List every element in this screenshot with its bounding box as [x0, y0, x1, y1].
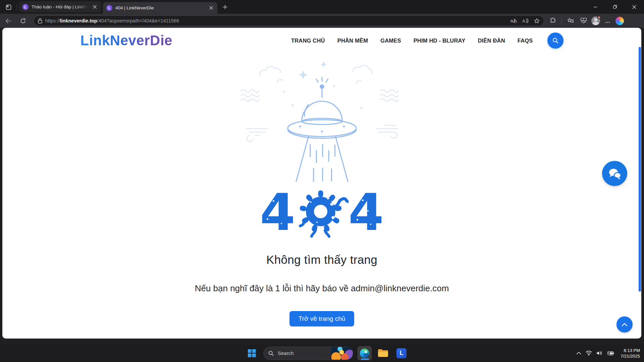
browser-tab-bar: L Thảo luận - Hỏi đáp | LinkNeverDi L 40… [0, 0, 644, 14]
nav-item-games[interactable]: GAMES [380, 38, 401, 44]
site-search-button[interactable] [547, 33, 564, 49]
site-header: LinkNeverDie TRANG CHỦ PHẦN MỀM GAMES PH… [80, 28, 564, 53]
window-controls [586, 0, 644, 14]
toolbar-divider [561, 17, 562, 24]
restore-button[interactable] [605, 0, 625, 14]
minimize-button[interactable] [586, 0, 605, 14]
copilot-icon[interactable] [615, 17, 624, 25]
linkneverdie-app-icon: L [396, 348, 407, 358]
scroll-to-top-button[interactable] [616, 316, 633, 333]
chat-widget-button[interactable] [602, 161, 627, 186]
tab-grid-icon [6, 4, 11, 10]
battery-icon[interactable] [607, 351, 614, 356]
nav-item-trang-chu[interactable]: TRANG CHỦ [291, 38, 325, 44]
read-aloud-button[interactable]: A [521, 16, 530, 25]
profile-button[interactable] [591, 16, 600, 25]
settings-more-button[interactable]: ... [602, 15, 613, 26]
taskbar-edge-button[interactable] [358, 346, 372, 360]
ellipsis-icon: ... [605, 18, 610, 24]
taskbar-linkneverdie-button[interactable]: L [394, 346, 409, 360]
address-bar[interactable]: https://linkneverdie.top/404?aspxerrorpa… [34, 15, 544, 26]
browser-tab-404[interactable]: L 404 | LinkNeverDie [103, 2, 217, 14]
extensions-button[interactable] [547, 15, 558, 26]
profile-notification-dot [597, 16, 601, 19]
search-daily-image [331, 347, 353, 360]
new-tab-button[interactable] [221, 3, 229, 11]
clock-time: 6:13 PM [621, 348, 640, 353]
wifi-icon[interactable] [586, 351, 592, 356]
error-code: 4 [260, 187, 384, 238]
system-tray: 6:13 PM 7/21/2025 [576, 344, 640, 362]
refresh-button[interactable] [17, 15, 28, 26]
taskbar-search[interactable]: Search [263, 347, 353, 360]
error-digit-left: 4 [260, 191, 296, 234]
favorites-button[interactable] [565, 15, 576, 26]
tab-favicon: L [106, 5, 112, 11]
volume-icon[interactable] [596, 351, 602, 356]
toolbar-right-icons: ... [547, 15, 626, 26]
folder-icon [378, 349, 388, 358]
hidden-icons-chevron[interactable] [576, 352, 581, 355]
nav-item-phan-mem[interactable]: PHẦN MỀM [337, 38, 368, 44]
search-icon [268, 351, 274, 356]
gear-alien-glyph [296, 187, 348, 238]
site-logo[interactable]: LinkNeverDie [80, 33, 172, 49]
clock-date: 7/21/2025 [621, 353, 640, 359]
refresh-icon [20, 18, 26, 24]
active-app-indicator [361, 359, 369, 360]
tab-close-icon[interactable] [208, 5, 214, 11]
puzzle-icon [550, 18, 556, 24]
tab-title: Thảo luận - Hỏi đáp | LinkNeverDi [32, 4, 90, 9]
ufo-illustration [235, 58, 409, 183]
webpage-404: LinkNeverDie TRANG CHỦ PHẦN MỀM GAMES PH… [2, 28, 641, 339]
error-content: 4 [2, 53, 641, 326]
heart-pulse-icon [580, 18, 587, 24]
tab-favicon: L [22, 4, 29, 10]
nav-item-dien-dan[interactable]: DIỄN ĐÀN [478, 38, 505, 44]
windows-taskbar: Search L 6: [0, 344, 644, 362]
tab-title: 404 | LinkNeverDie [115, 5, 206, 10]
browser-tab-forum[interactable]: L Thảo luận - Hỏi đáp | LinkNeverDi [19, 1, 101, 12]
error-heading: Không tìm thấy trang [266, 253, 377, 266]
search-placeholder: Search [278, 350, 331, 356]
tab-close-icon[interactable] [92, 4, 98, 10]
search-icon [552, 37, 559, 44]
taskbar-clock[interactable]: 6:13 PM 7/21/2025 [621, 348, 640, 359]
site-nav: TRANG CHỦ PHẦN MỀM GAMES PHIM HD - BLURA… [279, 33, 564, 49]
nav-item-faqs[interactable]: FAQS [518, 38, 533, 44]
windows-logo-icon [248, 349, 256, 357]
home-button[interactable]: Trở về trang chủ [289, 311, 355, 326]
url-text: https://linkneverdie.top/404?aspxerrorpa… [45, 18, 509, 23]
back-arrow-icon [5, 18, 11, 23]
favorite-star-button[interactable] [532, 16, 541, 25]
browser-toolbar: https://linkneverdie.top/404?aspxerrorpa… [0, 14, 644, 28]
error-message: Nếu bạn nghĩ đây là 1 lỗi thì hãy báo về… [195, 283, 449, 294]
tab-actions-button[interactable] [4, 3, 13, 11]
lock-icon [38, 18, 42, 23]
desktop: L Thảo luận - Hỏi đáp | LinkNeverDi L 40… [0, 0, 644, 362]
star-icon [534, 18, 540, 24]
close-button[interactable] [625, 0, 644, 14]
browser-essentials-button[interactable] [578, 15, 589, 26]
start-button[interactable] [245, 346, 259, 360]
translate-button[interactable]: aあ [509, 16, 518, 25]
chat-bubbles-icon [608, 168, 622, 180]
url-host: linkneverdie.top [60, 18, 97, 23]
edge-icon [360, 349, 369, 358]
plus-icon [223, 5, 227, 9]
chevron-up-icon [622, 323, 628, 326]
page-scrollbar[interactable] [639, 47, 641, 292]
tabbar-divider [17, 4, 17, 10]
error-digit-right: 4 [348, 191, 384, 234]
star-list-icon [567, 18, 574, 24]
back-button[interactable] [3, 15, 13, 26]
nav-item-phim-hd[interactable]: PHIM HD - BLURAY [414, 38, 466, 44]
taskbar-explorer-button[interactable] [376, 346, 390, 360]
